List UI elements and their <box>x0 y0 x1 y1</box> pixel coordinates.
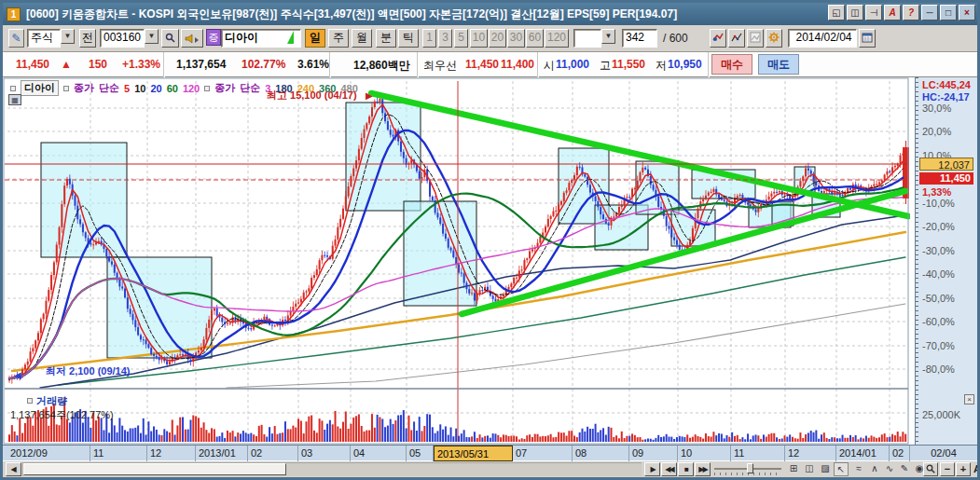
date-cell[interactable]: 11 <box>731 446 785 461</box>
region-select-icon[interactable]: ▨ <box>818 462 833 476</box>
current-change-label: 1,33% <box>922 186 951 198</box>
quote-bar: 매수 매도 11,450▲150+1.33%1,137,654102.77%3.… <box>3 52 977 77</box>
date-cell[interactable]: 09 <box>629 446 678 461</box>
zoom-out-button[interactable]: − <box>940 462 955 476</box>
restore-panel-icon[interactable]: ◱ <box>828 5 845 21</box>
legend-item: 60 <box>167 83 178 94</box>
minute-5-button[interactable]: 5 <box>454 29 468 48</box>
stop-button[interactable]: ■ <box>678 462 694 476</box>
quote-value: 3.61% <box>297 58 329 71</box>
market-select[interactable]: 주식 <box>27 29 61 48</box>
slider-handle[interactable] <box>747 463 753 473</box>
minimize-button[interactable]: ─ <box>921 5 938 21</box>
code-search-icon[interactable] <box>161 29 179 48</box>
high-arrow-icon: ▶ <box>366 90 373 101</box>
custom-minute-combo[interactable] <box>573 29 601 48</box>
stock-code-input[interactable]: 003160 <box>100 29 145 48</box>
wave-draw-icon[interactable]: ≈ <box>851 462 866 476</box>
date-cell[interactable]: 2012/09 <box>7 446 90 461</box>
date-cell[interactable]: 11 <box>90 446 147 461</box>
axis-pct-label: -10,0% <box>922 198 955 209</box>
price-volume-plot[interactable] <box>3 77 910 445</box>
axis-pct-label: -70,0% <box>922 340 955 351</box>
help-icon[interactable]: ? <box>903 5 919 21</box>
calendar-icon[interactable] <box>859 29 876 48</box>
date-cell[interactable]: 03 <box>298 446 351 461</box>
custom-minute-arrow[interactable]: ▼ <box>601 29 615 48</box>
prev-stock-button[interactable]: 전 <box>79 29 96 48</box>
date-axis[interactable]: 02/04 2012/0911122013/01020304052013/05/… <box>3 445 977 460</box>
window-number-icon: 1 <box>7 7 21 21</box>
scroll-left-button[interactable]: ◀ <box>6 462 21 476</box>
chart-grid-icon[interactable]: ▦ <box>8 94 21 105</box>
date-cell[interactable]: 12 <box>147 446 196 461</box>
rewind-button[interactable]: ◀◀ <box>661 462 677 476</box>
mode-틱-button[interactable]: 틱 <box>398 29 419 48</box>
period-일-button[interactable]: 일 <box>305 29 325 48</box>
play-forward-button[interactable]: ▶ <box>644 462 660 476</box>
legend-stock-name: 디아이 <box>21 80 59 96</box>
scrollbar-thumb[interactable] <box>23 463 286 475</box>
axis-pct-label: -80,0% <box>922 363 955 375</box>
memo-icon[interactable]: ✎ <box>8 29 24 48</box>
date-cell[interactable]: 02 <box>890 446 910 461</box>
font-setting-icon[interactable]: A <box>884 5 901 21</box>
quote-value: +1.33% <box>122 58 160 71</box>
pen-draw-icon[interactable]: ✎ <box>897 462 912 476</box>
legend-item: 20 <box>150 83 161 94</box>
font-size-button[interactable]: A <box>971 462 980 476</box>
horizontal-scrollbar[interactable] <box>22 462 642 476</box>
date-cell[interactable]: 10 <box>678 446 731 461</box>
date-cell[interactable]: 07 <box>513 446 573 461</box>
chart-area[interactable]: 디아이종가단순5102060120종가단순3180240360480 ▦ 최고 … <box>3 77 977 460</box>
volume-panel-title: 거래량 <box>27 394 67 408</box>
zigzag-draw-icon[interactable]: ∿ <box>882 462 897 476</box>
minute-10-button[interactable]: 10 <box>470 29 488 48</box>
settings-gear-icon[interactable] <box>766 29 782 48</box>
minute-60-button[interactable]: 60 <box>526 29 544 48</box>
date-cell[interactable]: 02 <box>248 446 298 461</box>
date-input[interactable]: 2014/02/04 <box>788 29 857 48</box>
sell-button[interactable]: 매도 <box>758 54 799 75</box>
date-cell[interactable]: 2013/01 <box>196 446 248 461</box>
minute-3-button[interactable]: 3 <box>438 29 452 48</box>
market-select-arrow[interactable]: ▼ <box>61 29 75 48</box>
pin-window-icon[interactable]: ⊣ <box>865 5 882 21</box>
price-axis[interactable]: LC:445,24 HC:-24,17 30,0%20,0%10,0%-10,0… <box>915 77 977 445</box>
buy-button[interactable]: 매수 <box>711 54 752 75</box>
tile-windows-icon[interactable]: ⊞ <box>786 462 801 476</box>
date-cell-highlight[interactable]: 2013/05/31 <box>434 446 513 461</box>
chart-compare-icon[interactable] <box>710 29 726 48</box>
peak-lines-icon[interactable]: ∧ <box>867 462 882 476</box>
quote-value: 11,400 <box>501 58 534 71</box>
title-bar[interactable]: 1 [0600] 키움종합차트 - KOSPI 외국인보유[987(천)] 주식… <box>3 3 977 25</box>
date-cell[interactable]: 05 <box>407 446 434 461</box>
period-월-button[interactable]: 월 <box>352 29 372 48</box>
date-cell[interactable]: 2014/01 <box>836 446 890 461</box>
sound-alert-icon[interactable] <box>181 29 203 48</box>
date-cell[interactable]: 12 <box>785 446 836 461</box>
chart-indicator-icon[interactable] <box>728 29 745 48</box>
cascade-windows-icon[interactable]: ◫ <box>802 462 817 476</box>
quote-value: 시 <box>544 58 555 74</box>
crosshair-pointer-icon[interactable]: ↖ <box>834 462 849 476</box>
close-button[interactable]: × <box>959 5 975 21</box>
duplicate-window-icon[interactable]: ◫ <box>847 5 863 21</box>
save-image-icon[interactable] <box>747 29 764 48</box>
date-cell[interactable]: 08 <box>573 446 629 461</box>
minute-20-button[interactable]: 20 <box>489 29 506 48</box>
minute-120-button[interactable]: 120 <box>545 29 569 48</box>
zoom-in-button[interactable]: + <box>956 462 971 476</box>
bar-count-input[interactable]: 342 <box>622 29 657 48</box>
period-주-button[interactable]: 주 <box>328 29 349 48</box>
minute-30-button[interactable]: 30 <box>507 29 525 48</box>
fast-forward-button[interactable]: ▶▶ <box>695 462 711 476</box>
minute-1-button[interactable]: 1 <box>422 29 436 48</box>
code-dropdown-arrow[interactable]: ▼ <box>145 29 159 48</box>
axis-pct-label: 30,0% <box>922 103 951 114</box>
volume-panel-close-icon[interactable]: × <box>964 394 974 405</box>
date-cell[interactable]: 04 <box>351 446 407 461</box>
maximize-button[interactable]: □ <box>940 5 957 21</box>
stamp-tool-icon[interactable]: ◉ <box>912 462 927 476</box>
mode-분-button[interactable]: 분 <box>376 29 396 48</box>
